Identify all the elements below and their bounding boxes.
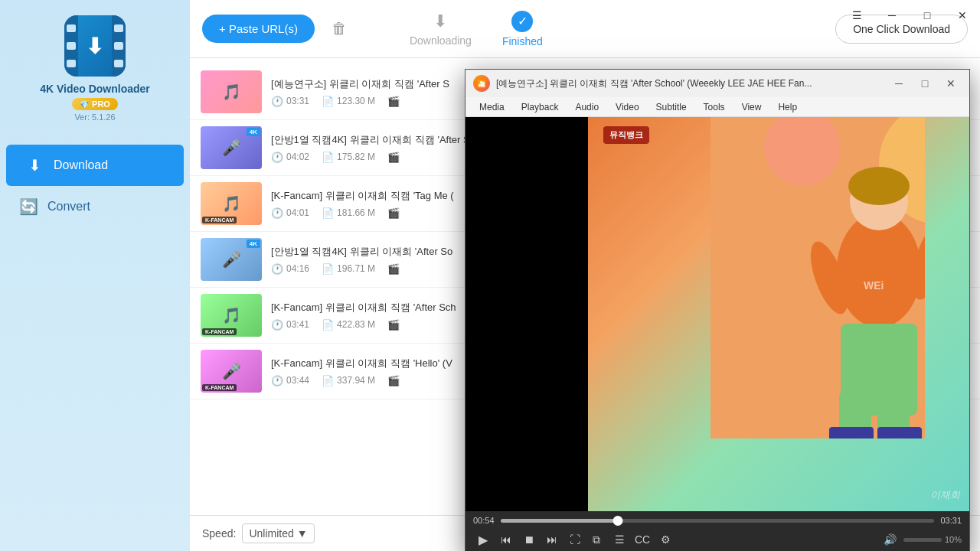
delete-button[interactable]: 🗑 <box>324 15 354 42</box>
clock-icon: 🕐 <box>271 375 283 386</box>
vlc-menu-view[interactable]: View <box>734 100 769 114</box>
file-icon: 📄 <box>322 96 334 107</box>
vlc-time-total: 03:31 <box>940 516 962 525</box>
vlc-close-button[interactable]: ✕ <box>940 73 962 94</box>
maximize-button[interactable]: □ <box>910 0 945 31</box>
sidebar-item-convert[interactable]: 🔄 Convert <box>0 186 190 227</box>
tab-finished[interactable]: ✓ Finished <box>502 11 543 47</box>
vlc-time-current: 00:54 <box>473 516 495 525</box>
vlc-menu-video[interactable]: Video <box>608 100 646 114</box>
speed-select[interactable]: Unlimited ▼ <box>242 523 314 543</box>
file-icon: 📄 <box>322 207 334 219</box>
vlc-menu-audio[interactable]: Audio <box>567 100 606 114</box>
clock-icon: 🕐 <box>271 263 283 275</box>
thumb-placeholder: 🎵 <box>201 70 262 113</box>
vlc-next-button[interactable]: ⏭ <box>542 530 562 549</box>
file-icon: 📄 <box>322 263 334 275</box>
vlc-menu-help[interactable]: Help <box>770 100 805 114</box>
vlc-video-content: WEi 뮤직뱅크 이재희 <box>466 117 969 511</box>
vlc-maximize-button[interactable]: □ <box>914 73 936 94</box>
vlc-menu-subtitle[interactable]: Subtitle <box>648 100 694 114</box>
video-size: 📄 181.66 M <box>322 207 375 219</box>
duration-value: 03:44 <box>286 375 309 386</box>
duration-value: 04:16 <box>286 263 309 274</box>
sidebar-item-download-label: Download <box>54 158 108 172</box>
sidebar-item-download[interactable]: ⬇ Download <box>6 145 184 186</box>
size-value: 123.30 M <box>337 96 375 106</box>
vlc-extra-button[interactable]: ⚙ <box>655 530 675 549</box>
thumb-fancam-badge: K-FANCAM <box>202 217 237 223</box>
hamburger-button[interactable]: ☰ <box>839 0 874 31</box>
paste-url-button[interactable]: + Paste URL(s) <box>202 15 315 43</box>
duration-value: 03:41 <box>286 319 309 330</box>
vlc-play-button[interactable]: ▶ <box>473 530 493 549</box>
convert-icon: 🔄 <box>18 197 38 217</box>
vlc-stop-button[interactable]: ⏹ <box>519 530 539 549</box>
vlc-menubar: Media Playback Audio Video Subtitle Tool… <box>466 97 969 117</box>
vlc-menu-tools[interactable]: Tools <box>696 100 733 114</box>
vlc-fullscreen-button[interactable]: ⛶ <box>565 530 585 549</box>
sidebar-nav: ⬇ Download 🔄 Convert <box>0 145 190 227</box>
vlc-minimize-button[interactable]: ─ <box>888 73 910 94</box>
film-icon: 🎬 <box>387 207 400 219</box>
trash-icon: 🗑 <box>332 20 347 37</box>
video-duration: 🕐 03:44 <box>271 375 309 386</box>
minimize-button[interactable]: ─ <box>874 0 910 31</box>
download-arrow-icon: ⬇ <box>86 34 103 59</box>
vlc-window: 🎦 [예능연구소] 위클리 이재희 직캠 'After School' (Wee… <box>465 69 970 551</box>
vlc-volume-pct: 10% <box>945 535 962 544</box>
film-notch <box>67 42 76 50</box>
thumb-fancam-badge: K-FANCAM <box>202 328 237 335</box>
video-size: 📄 196.71 M <box>322 263 375 275</box>
close-button[interactable]: ✕ <box>945 0 980 31</box>
vlc-volume-bar[interactable] <box>903 538 942 542</box>
vlc-subtitle-button[interactable]: CC <box>632 530 652 549</box>
video-thumbnail: 🎤K-FANCAM <box>201 350 262 393</box>
file-icon: 📄 <box>322 319 334 331</box>
vlc-playlist-button[interactable]: ☰ <box>609 530 629 549</box>
tab-downloading[interactable]: ⬇ Downloading <box>410 11 472 47</box>
film-notch <box>114 60 123 67</box>
video-size: 📄 123.30 M <box>322 96 375 107</box>
video-format: 🎬 <box>387 152 400 163</box>
vlc-performer-area: WEi <box>588 117 969 511</box>
vlc-prev-button[interactable]: ⏮ <box>496 530 516 549</box>
vlc-window-controls: ─ □ ✕ <box>888 73 962 94</box>
vlc-progress-bar[interactable] <box>501 519 935 523</box>
download-icon: ⬇ <box>24 155 44 175</box>
logo-area: ⬇ 4K Video Downloader PRO Ver: 5.1.26 <box>40 15 150 122</box>
vlc-menu-media[interactable]: Media <box>472 100 512 114</box>
vlc-overlay-logo: 뮤직뱅크 <box>603 126 649 144</box>
vlc-video-area[interactable]: WEi 뮤직뱅크 이재희 <box>466 117 969 511</box>
video-size: 📄 337.94 M <box>322 375 375 386</box>
film-icon: 🎬 <box>387 263 400 275</box>
app-title: 4K Video Downloader <box>40 83 150 95</box>
thumb-4k-badge: 4K <box>247 240 260 248</box>
finished-check-icon: ✓ <box>511 11 533 32</box>
video-duration: 🕐 03:41 <box>271 319 309 331</box>
video-format: 🎬 <box>387 263 400 275</box>
clock-icon: 🕐 <box>271 152 283 163</box>
size-value: 337.94 M <box>337 375 375 386</box>
film-notch <box>114 24 123 32</box>
thumb-4k-badge: 4K <box>247 128 260 136</box>
app-logo: ⬇ <box>64 15 126 77</box>
vlc-window-button[interactable]: ⧉ <box>586 530 606 549</box>
vlc-mute-button[interactable]: 🔊 <box>880 530 900 549</box>
tab-finished-label: Finished <box>502 35 543 47</box>
sidebar-item-convert-label: Convert <box>47 200 90 214</box>
video-thumbnail: 🎵K-FANCAM <box>201 182 262 225</box>
size-value: 175.82 M <box>337 152 375 162</box>
film-icon: 🎬 <box>387 96 400 107</box>
clock-icon: 🕐 <box>271 207 283 219</box>
file-icon: 📄 <box>322 152 334 163</box>
video-thumbnail: 🎤4K <box>201 238 262 281</box>
speed-label: Speed: <box>202 527 236 540</box>
vlc-menu-playback[interactable]: Playback <box>514 100 567 114</box>
vlc-fullscreen-area: ⛶ ⧉ <box>565 530 606 549</box>
pro-badge: PRO <box>72 98 118 110</box>
film-left <box>64 15 78 77</box>
version-text: Ver: 5.1.26 <box>74 112 115 122</box>
vlc-titlebar: 🎦 [예능연구소] 위클리 이재희 직캠 'After School' (Wee… <box>466 70 969 97</box>
film-icon: 🎬 <box>387 319 400 331</box>
